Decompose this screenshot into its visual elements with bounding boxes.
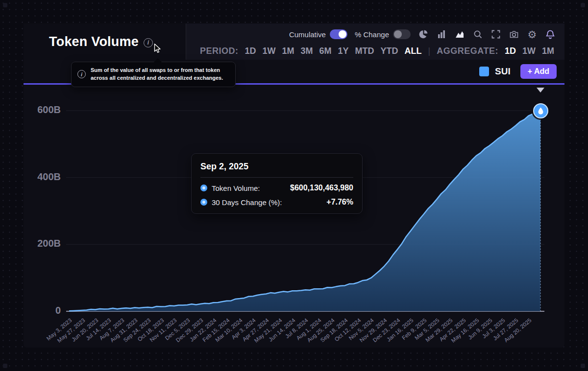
series-end-pointer-icon [537, 88, 544, 93]
info-tooltip-text: Sum of the value of all swaps to or from… [91, 67, 229, 82]
percent-change-label: % Change [355, 30, 389, 39]
percent-change-toggle-group: % Change [355, 29, 411, 39]
aggregate-label: AGGREGATE: [437, 46, 498, 56]
add-token-button[interactable]: + Add [520, 64, 557, 79]
chart-area[interactable]: 0200B400B600B May 3, 2023May 27, 2023Jun… [24, 85, 564, 348]
sui-bullet-icon [200, 185, 207, 191]
y-axis-tick-label: 400B [24, 171, 61, 183]
period-option-ytd[interactable]: YTD [381, 46, 398, 56]
header-controls: Cumulative % Change [186, 23, 564, 60]
sui-token-marker-icon[interactable] [533, 103, 548, 118]
period-option-mtd[interactable]: MTD [355, 46, 374, 56]
cumulative-label: Cumulative [289, 30, 326, 39]
tooltip-change-value: +7.76% [326, 198, 353, 207]
info-tooltip: i Sum of the value of all swaps to or fr… [71, 62, 236, 87]
period-option-1d[interactable]: 1D [245, 46, 256, 56]
cumulative-toggle[interactable] [330, 29, 347, 39]
bar-chart-icon[interactable] [436, 29, 447, 40]
corner-decoration [581, 3, 585, 7]
tooltip-divider [200, 177, 353, 178]
sui-bullet-icon [200, 199, 207, 206]
tooltip-volume-value: $600,130,463,980 [290, 184, 353, 192]
divider: | [428, 46, 431, 56]
period-option-all[interactable]: ALL [405, 46, 422, 56]
corner-decoration [3, 3, 7, 7]
gear-icon[interactable]: ⚙ [527, 29, 538, 40]
period-option-1w[interactable]: 1W [263, 46, 276, 56]
corner-decoration [581, 364, 585, 368]
page-title: Token Volume [49, 34, 139, 49]
search-icon[interactable] [472, 29, 483, 40]
token-volume-panel: Token Volume i Cumulative % Change [24, 23, 564, 348]
period-option-3m[interactable]: 3M [301, 46, 313, 56]
tooltip-row-change: 30 Days Change (%): +7.76% [200, 198, 353, 207]
aggregate-option-1w[interactable]: 1W [522, 46, 536, 56]
info-icon: i [77, 70, 86, 78]
y-axis-tick-label: 0 [24, 305, 61, 316]
y-axis-tick-label: 200B [24, 238, 61, 249]
cumulative-toggle-group: Cumulative [289, 29, 347, 39]
y-axis-tick-label: 600B [24, 104, 61, 116]
pie-chart-icon[interactable] [418, 29, 429, 40]
bell-icon[interactable] [545, 29, 556, 40]
period-option-1y[interactable]: 1Y [338, 46, 349, 56]
period-label: PERIOD: [200, 46, 239, 56]
corner-decoration [3, 364, 7, 368]
period-option-6m[interactable]: 6M [319, 46, 332, 56]
tooltip-row-volume: Token Volume: $600,130,463,980 [200, 184, 353, 192]
camera-icon[interactable] [509, 29, 519, 40]
tooltip-change-label: 30 Days Change (%): [212, 198, 282, 207]
mouse-cursor-icon [152, 43, 163, 56]
aggregate-option-1d[interactable]: 1D [505, 46, 516, 56]
percent-change-toggle[interactable] [393, 29, 411, 39]
sui-legend-swatch[interactable] [479, 67, 489, 76]
tooltip-date: Sep 2, 2025 [200, 162, 353, 172]
period-row: PERIOD: 1D 1W 1M 3M 6M 1Y MTD YTD ALL | … [186, 42, 564, 60]
aggregate-option-1m[interactable]: 1M [542, 46, 554, 56]
controls-row: Cumulative % Change [186, 23, 564, 42]
sui-legend-label[interactable]: SUI [495, 66, 511, 77]
period-option-1m[interactable]: 1M [282, 46, 294, 56]
area-chart-icon[interactable] [454, 29, 465, 40]
chart-tooltip: Sep 2, 2025 Token Volume: $600,130,463,9… [191, 153, 363, 214]
header: Token Volume i Cumulative % Change [24, 23, 564, 60]
fullscreen-icon[interactable] [490, 29, 501, 40]
tooltip-volume-label: Token Volume: [212, 184, 260, 192]
